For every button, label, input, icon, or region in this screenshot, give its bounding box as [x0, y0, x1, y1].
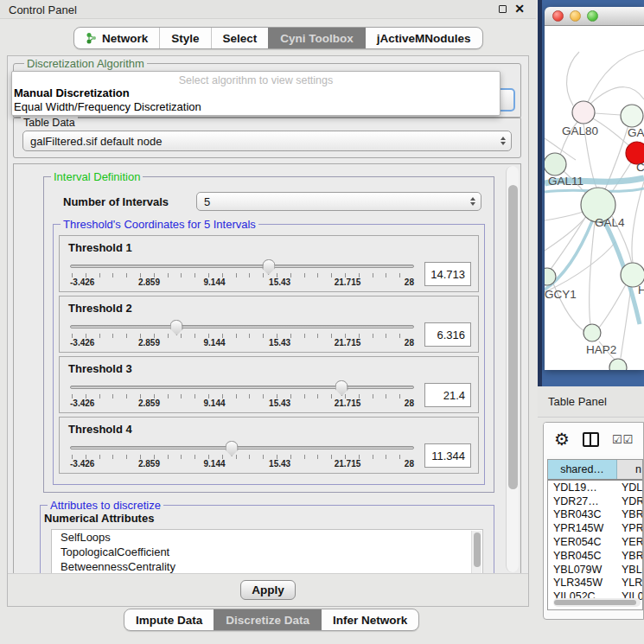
table-row[interactable]: YDL19…YDL1 — [548, 481, 642, 494]
tab-cyni-toolbox[interactable]: Cyni Toolbox — [268, 28, 365, 48]
tab-impute-data[interactable]: Impute Data — [124, 609, 214, 630]
algorithm-option-manual[interactable]: Manual Discretization — [12, 86, 500, 100]
attributes-group: Attributes to discretize Numerical Attri… — [40, 505, 494, 575]
attributes-group-title: Attributes to discretize — [48, 499, 163, 512]
network-graph: GAL80 GA C GAL11 GAL4 GCY1 H HAP2 — [545, 26, 644, 370]
close-icon[interactable]: ✕ — [514, 2, 525, 16]
tab-style[interactable]: Style — [159, 28, 210, 48]
threshold-2-box: Threshold 2 -3.4262.8599.14415.4321.7152… — [59, 296, 479, 353]
table-header-row: shared… n — [548, 460, 642, 481]
table-data-group: Table Data galFiltered.sif default node — [13, 117, 521, 158]
threshold-3-box: Threshold 3 -3.4262.8599.14415.4321.7152… — [59, 356, 479, 413]
table-row[interactable]: YPR145WYPR1 — [548, 521, 642, 535]
network-window-titlebar — [545, 7, 644, 26]
table-panel-window: ⚙ ☑☑ shared… n YDL19…YDL1 YDR27…YDR2 YBR… — [543, 422, 644, 620]
spinner-arrows-icon — [465, 197, 481, 206]
thresholds-group-title: Threshold's Coordinates for 5 Intervals — [61, 218, 258, 231]
minimize-traffic-light-icon[interactable] — [570, 10, 581, 22]
node-hap2 — [583, 324, 601, 341]
settings-scrollpane: Interval Definition Number of Intervals … — [13, 163, 521, 575]
split-columns-icon[interactable] — [583, 432, 599, 447]
gear-icon[interactable]: ⚙ — [554, 430, 570, 448]
node-partial-top-right — [621, 105, 643, 127]
numerical-attributes-list: SelfLoops TopologicalCoefficient Between… — [51, 529, 483, 575]
column-header-name[interactable]: n — [617, 460, 642, 479]
list-item[interactable]: BetweennessCentrality — [52, 559, 482, 574]
node-gal80 — [572, 101, 595, 124]
float-window-icon[interactable] — [499, 5, 507, 13]
table-data-title: Table Data — [21, 117, 78, 129]
scrollbar-thumb[interactable] — [508, 185, 518, 489]
panel-title: Control Panel — [9, 3, 77, 16]
threshold-2-slider[interactable]: -3.4262.8599.14415.4321.71528 — [70, 319, 414, 350]
threshold-1-box: Threshold 1 -3.4262.8599.14415.4321.7152… — [59, 235, 479, 292]
table-row[interactable]: YER054CYER0 — [548, 535, 642, 549]
table-row[interactable]: YDR27…YDR2 — [548, 494, 642, 508]
threshold-4-value-field[interactable]: 11.344 — [424, 443, 471, 468]
list-item[interactable]: TopologicalCoefficient — [52, 545, 482, 559]
discretization-group-title: Discretization Algorithm — [24, 57, 147, 70]
panel-vertical-scrollbar[interactable] — [506, 166, 519, 572]
table-data-value: galFiltered.sif default node — [23, 135, 495, 148]
network-canvas[interactable]: GAL80 GA C GAL11 GAL4 GCY1 H HAP2 — [545, 26, 644, 370]
bottom-tabstrip: Impute Data Discretize Data Infer Networ… — [124, 609, 419, 631]
node-label-gal4: GAL4 — [595, 216, 625, 229]
tab-infer-network[interactable]: Infer Network — [321, 609, 418, 630]
close-traffic-light-icon[interactable] — [552, 10, 564, 22]
tab-select[interactable]: Select — [211, 28, 269, 48]
algorithm-dropdown-popup: Select algorithm to view settings Manual… — [11, 71, 501, 116]
interval-definition-title: Interval Definition — [51, 170, 143, 183]
numerical-attributes-label: Numerical Attributes — [44, 512, 154, 525]
checkbox-filter-icons[interactable]: ☑☑ — [612, 433, 634, 446]
threshold-3-value-field[interactable]: 21.4 — [424, 383, 471, 407]
network-icon — [86, 32, 97, 44]
zoom-traffic-light-icon[interactable] — [587, 10, 598, 22]
table-toolbar: ⚙ ☑☑ — [544, 423, 643, 456]
table-row[interactable]: YBL079WYBL0 — [548, 563, 642, 577]
column-header-shared-name[interactable]: shared… — [548, 460, 617, 479]
threshold-1-value-field[interactable]: 14.713 — [424, 262, 471, 286]
tab-discretize-data[interactable]: Discretize Data — [214, 609, 321, 630]
number-of-intervals-value: 5 — [197, 195, 465, 208]
node-table: shared… n YDL19…YDL1 YDR27…YDR2 YBR043CY… — [547, 459, 643, 610]
tab-network[interactable]: Network — [74, 28, 159, 48]
node-label-gcy1: GCY1 — [545, 288, 577, 301]
algorithm-option-equal-width[interactable]: Equal Width/Frequency Discretization — [12, 100, 500, 114]
node-label-hap2: HAP2 — [586, 343, 616, 356]
table-horizontal-scrollbar[interactable] — [553, 598, 641, 607]
node-label-gal80: GAL80 — [562, 124, 598, 137]
threshold-3-slider[interactable]: -3.4262.8599.14415.4321.71528 — [70, 379, 414, 411]
scrollbar-thumb[interactable] — [554, 600, 636, 605]
panel-footer: Apply — [8, 573, 528, 606]
top-tabstrip: Network Style Select Cyni Toolbox jActiv… — [73, 27, 483, 49]
interval-definition-group: Interval Definition Number of Intervals … — [43, 176, 494, 493]
node-label-gal11: GAL11 — [548, 175, 583, 188]
spinner-arrows-icon — [495, 137, 511, 145]
table-row[interactable]: YBR045CYBR0 — [548, 549, 642, 563]
threshold-4-box: Threshold 4 -3.4262.8599.14415.4321.7152… — [59, 417, 479, 474]
network-window: GAL80 GA C GAL11 GAL4 GCY1 H HAP2 — [545, 7, 644, 370]
table-panel-title: Table Panel — [548, 395, 607, 408]
node-gal11 — [545, 153, 566, 175]
control-panel-titlebar: Control Panel ✕ — [0, 0, 536, 19]
tab-jactivemnodules[interactable]: jActiveMNodules — [365, 28, 482, 48]
thresholds-group: Threshold's Coordinates for 5 Intervals … — [53, 224, 485, 485]
table-row[interactable]: YBR043CYBR0 — [548, 508, 642, 522]
node-partial-bottom — [609, 359, 627, 370]
cyni-toolbox-panel: Discretization Algorithm Table Data galF… — [7, 55, 529, 607]
node-label-partial: C — [636, 161, 644, 174]
table-row[interactable]: YLR345WYLR3 — [548, 577, 642, 590]
number-of-intervals-combobox[interactable]: 5 — [196, 192, 481, 211]
node-label-partial: GA — [628, 126, 644, 139]
algorithm-placeholder: Select algorithm to view settings — [12, 72, 500, 86]
threshold-1-slider[interactable]: -3.4262.8599.14415.4321.71528 — [70, 258, 414, 290]
list-item[interactable]: SelfLoops — [52, 530, 482, 545]
apply-button[interactable]: Apply — [240, 580, 296, 600]
node-label-partial: H — [638, 284, 644, 296]
list-vertical-scrollbar[interactable] — [471, 531, 481, 575]
threshold-4-slider[interactable]: -3.4262.8599.14415.4321.71528 — [70, 440, 414, 471]
threshold-2-value-field[interactable]: 6.316 — [424, 322, 471, 347]
number-of-intervals-label: Number of Intervals — [63, 195, 169, 208]
table-panel-titlebar: Table Panel — [538, 386, 644, 418]
table-data-combobox[interactable]: galFiltered.sif default node — [22, 131, 512, 151]
